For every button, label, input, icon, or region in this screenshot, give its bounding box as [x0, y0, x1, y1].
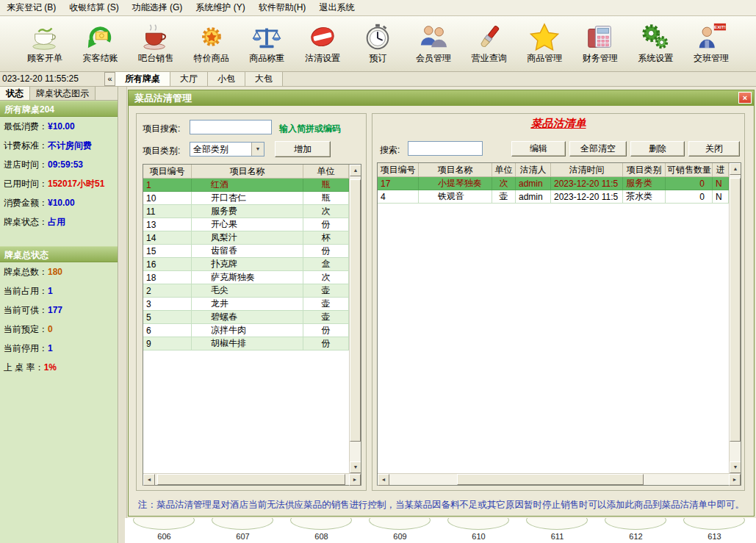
scroll-left-icon[interactable]: ◄	[378, 474, 389, 486]
table-row[interactable]: 5碧螺春壶	[143, 311, 349, 324]
scroll-down-icon[interactable]: ▼	[730, 461, 741, 473]
scroll-up-icon[interactable]: ▲	[350, 165, 361, 176]
col-item-name[interactable]: 项目名称	[419, 163, 492, 177]
stat-occupied: 当前占用：1	[0, 281, 118, 301]
stat-table-status: 牌桌状态：占用	[0, 212, 118, 231]
tab-big-room[interactable]: 大包	[245, 72, 283, 86]
category-select[interactable]: 全部类别 ▼	[190, 142, 264, 157]
menu-maintenance[interactable]: 系统维护 (Y)	[189, 0, 251, 15]
toolbar-weighing[interactable]: 商品称重	[240, 22, 294, 65]
table-610[interactable]: 610	[439, 518, 518, 543]
scroll-left-icon[interactable]: ◄	[143, 474, 155, 486]
table-612[interactable]: 612	[597, 518, 675, 543]
col-soldout-time[interactable]: 沽清时间	[551, 163, 623, 177]
col-category[interactable]: 项目类别	[623, 163, 666, 177]
table-row[interactable]: 13开心果份	[143, 218, 349, 231]
toolbar-open-order[interactable]: 顾客开单	[18, 22, 72, 65]
chevron-down-icon[interactable]: ▼	[251, 143, 264, 156]
toolbar-shift-mgmt[interactable]: EXIT! 交班管理	[684, 22, 738, 65]
search-hint-label: 输入简拼或编码	[279, 121, 341, 136]
menu-help[interactable]: 软件帮助(H)	[252, 0, 313, 15]
table-number: 613	[708, 532, 721, 543]
scroll-thumb[interactable]	[157, 474, 345, 485]
table-606[interactable]: 606	[125, 518, 204, 543]
toolbar-reservation[interactable]: 预订	[350, 22, 405, 65]
table-row[interactable]: 3龙井壶	[143, 298, 349, 311]
table-row[interactable]: 1红酒瓶	[143, 179, 349, 192]
menu-cashier[interactable]: 收银结算 (S)	[62, 0, 125, 15]
table-row[interactable]: 4铁观音壶admin2023-12-20 11:5茶水类0N	[378, 190, 729, 204]
table-608[interactable]: 608	[282, 518, 361, 543]
toolbar-business-query[interactable]: 营业查询	[462, 22, 516, 65]
scroll-down-icon[interactable]: ▼	[350, 461, 361, 473]
col-unit[interactable]: 单位	[303, 165, 349, 179]
col-item-id[interactable]: 项目编号	[378, 163, 419, 177]
col-unit[interactable]: 单位	[492, 163, 516, 177]
table-row[interactable]: 9胡椒牛排份	[143, 337, 349, 350]
product-horizontal-scrollbar[interactable]: ◄ ►	[143, 473, 361, 485]
toolbar-bar-sales[interactable]: 吧台销售	[129, 22, 183, 65]
edit-button[interactable]: 编辑	[511, 141, 566, 157]
delete-button[interactable]: 删除	[630, 141, 685, 157]
table-number: 610	[472, 532, 485, 543]
calculator-icon	[585, 22, 616, 51]
stat-label: 牌桌总数：	[4, 267, 48, 277]
table-609[interactable]: 609	[361, 518, 439, 543]
toolbar-system-settings[interactable]: 系统设置	[628, 22, 683, 65]
toolbar-members[interactable]: 会员管理	[406, 22, 461, 65]
table-row[interactable]: 11服务费次	[143, 205, 349, 218]
col-soldout-by[interactable]: 沽清人	[516, 163, 551, 177]
col-item-name[interactable]: 项目名称	[192, 165, 303, 179]
col-sellable-qty[interactable]: 可销售数量	[666, 163, 713, 177]
toolbar-checkout[interactable]: 宾客结账	[73, 22, 128, 65]
sidebar-splitter[interactable]	[119, 87, 127, 543]
toolbar-finance[interactable]: 财务管理	[573, 22, 627, 65]
sidebar: 状态 牌桌状态图示 所有牌桌204 最低消费：¥10.00 计费标准：不计房间费…	[0, 87, 118, 543]
table-row[interactable]: 10开口杏仁瓶	[143, 192, 349, 205]
col-truncated[interactable]: 进	[713, 163, 729, 177]
tab-small-room[interactable]: 小包	[208, 72, 245, 86]
datetime-display: 023-12-20 11:55:25	[0, 72, 104, 86]
scroll-right-icon[interactable]: ►	[349, 474, 361, 486]
sidebar-tab-status[interactable]: 状态	[0, 87, 30, 100]
toolbar-item-mgmt[interactable]: 商品管理	[517, 22, 572, 65]
soldout-horizontal-scrollbar[interactable]: ◄ ►	[378, 473, 741, 485]
table-607[interactable]: 607	[204, 518, 282, 543]
item-search-input[interactable]	[190, 120, 272, 134]
scroll-thumb[interactable]	[457, 474, 644, 485]
table-row[interactable]: 17小提琴独奏次admin2023-12-20 11:5服务类0N	[378, 177, 729, 190]
table-oval-icon	[526, 518, 588, 530]
table-row[interactable]: 18萨克斯独奏次	[143, 271, 349, 284]
table-row[interactable]: 2毛尖壶	[143, 284, 349, 298]
stat-label: 计费标准：	[4, 140, 48, 151]
scroll-right-icon[interactable]: ►	[729, 474, 741, 486]
table-613[interactable]: 613	[675, 518, 754, 543]
toolbar-soldout-settings[interactable]: 沽清设置	[295, 22, 350, 65]
clear-all-button[interactable]: 全部清空	[569, 141, 627, 157]
tab-all-tables[interactable]: 所有牌桌	[115, 72, 170, 86]
sidebar-tab-table-legend[interactable]: 牌桌状态图示	[30, 87, 96, 100]
table-row[interactable]: 16扑克牌盒	[143, 258, 349, 271]
soldout-vertical-scrollbar[interactable]: ▲ ▼	[729, 163, 741, 473]
soldout-search-input[interactable]	[408, 141, 483, 156]
table-row[interactable]: 14凤梨汁杯	[143, 231, 349, 245]
scroll-thumb[interactable]	[350, 179, 361, 442]
table-611[interactable]: 611	[518, 518, 597, 543]
scroll-thumb[interactable]	[730, 178, 741, 442]
scroll-up-icon[interactable]: ▲	[730, 163, 741, 175]
collapse-sidebar-button[interactable]: «	[104, 72, 115, 86]
menu-exit[interactable]: 退出系统	[312, 0, 361, 15]
product-vertical-scrollbar[interactable]: ▲ ▼	[349, 165, 361, 473]
tab-hall[interactable]: 大厅	[170, 72, 208, 86]
table-row[interactable]: 6凉拌牛肉份	[143, 324, 349, 337]
menu-guest-register[interactable]: 来宾登记 (B)	[0, 0, 62, 15]
close-icon[interactable]: ×	[738, 92, 752, 104]
toolbar-special-items[interactable]: 特价商品	[184, 22, 239, 65]
close-button[interactable]: 关闭	[688, 141, 740, 157]
menu-functions[interactable]: 功能选择 (G)	[126, 0, 190, 15]
add-button[interactable]: 增加	[275, 141, 331, 157]
coffee-cup-icon	[140, 22, 171, 51]
table-row[interactable]: 15齿留香份	[143, 245, 349, 258]
col-item-id[interactable]: 项目编号	[143, 165, 192, 179]
stat-available: 当前可供：177	[0, 301, 118, 320]
